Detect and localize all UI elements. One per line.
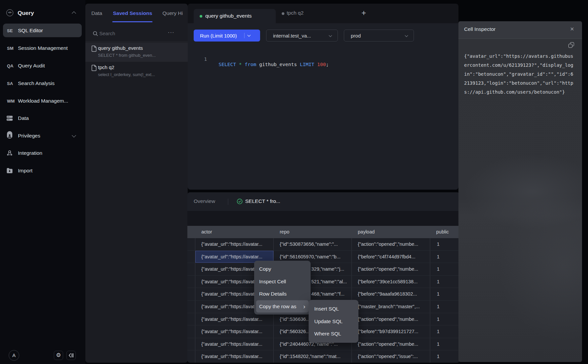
database-icon xyxy=(6,115,13,122)
session-item-query-github-events[interactable]: query github_events SELECT * from github… xyxy=(85,43,188,62)
table-row[interactable]: {"avatar_url":"https://avatar...468,"nam… xyxy=(187,288,460,301)
cell-public[interactable]: 1 xyxy=(430,276,460,288)
cell-json-content: {"avatar_url":"https://avatars.githubus … xyxy=(464,52,576,97)
results-toolbar: Overview SELECT * fro... xyxy=(187,192,460,211)
table-row[interactable]: {"avatar_url":"https://avatar...{"id":15… xyxy=(187,350,460,363)
cell-public[interactable]: 1 xyxy=(430,338,460,350)
sidebar-item-label: Query Audit xyxy=(18,63,45,69)
table-row[interactable]: {"avatar_url":"https://avatar...{"id":53… xyxy=(187,238,460,251)
sidebar-item-label: Session Management xyxy=(18,45,68,51)
document-icon xyxy=(91,65,97,71)
sidebar-item-import[interactable]: Import xyxy=(0,166,85,176)
cell-payload[interactable]: {"action":"opened","numbe... xyxy=(352,238,430,250)
new-tab-button[interactable]: + xyxy=(361,8,366,18)
cluster-select[interactable]: prod xyxy=(344,30,414,42)
settings-button[interactable]: ⚙ xyxy=(54,351,63,360)
code-line[interactable]: 1 SELECT * from github_events LIMIT 100; xyxy=(188,51,458,58)
app-window: </> Query SE SQL Editor SM Session Manag… xyxy=(0,0,588,364)
editor-tab-query-github-events[interactable]: query github_events xyxy=(194,9,276,23)
sidebar-item-query-audit[interactable]: QA Query Audit xyxy=(0,61,85,71)
cell-actor[interactable]: {"avatar_url":"https://avatar... xyxy=(195,338,274,350)
run-button[interactable]: Run (Limit 1000) xyxy=(194,30,260,42)
menu-item-insert-sql[interactable]: Insert SQL xyxy=(311,303,356,315)
menu-item-update-sql[interactable]: Update SQL xyxy=(311,315,356,328)
run-options-chevron-icon[interactable] xyxy=(247,34,251,37)
cell-public[interactable]: 1 xyxy=(430,251,460,263)
submenu-arrow-icon: › xyxy=(303,300,305,313)
cell-payload[interactable]: {"before":"b97d399121727... xyxy=(352,325,430,338)
success-check-icon xyxy=(237,199,243,204)
session-item-tpch-q2[interactable]: tpch q2 select l_orderkey, sum(l_ext... xyxy=(85,62,188,81)
sidebar-item-integration[interactable]: Integration xyxy=(0,148,85,158)
cell-payload[interactable]: {"before":"c4f744d97fbd4... xyxy=(352,251,430,263)
search-input[interactable]: Search ··· xyxy=(85,27,188,40)
sidebar-item-label: Search Analysis xyxy=(18,80,54,86)
sidebar-item-session-management[interactable]: SM Session Management xyxy=(0,43,85,53)
cell-payload[interactable]: {"before":"39ce1cc589138... xyxy=(352,276,430,288)
header-actor[interactable]: actor xyxy=(195,226,274,238)
cell-public[interactable]: 1 xyxy=(430,288,460,300)
line-number: 1 xyxy=(201,56,207,62)
integration-icon xyxy=(6,150,13,156)
sidebar-item-data[interactable]: Data xyxy=(0,113,85,123)
chevron-down-icon xyxy=(405,34,408,37)
copy-icon[interactable] xyxy=(568,42,574,48)
sidebar-item-privileges[interactable]: Privileges xyxy=(0,131,85,141)
cell-public[interactable]: 1 xyxy=(430,313,460,325)
cell-public[interactable]: 1 xyxy=(430,350,460,363)
sidebar-item-label: Privileges xyxy=(18,133,40,139)
cell-actor[interactable]: {"avatar_url":"https://avatar... xyxy=(195,350,274,363)
menu-item-copy-row-as[interactable]: Copy the row as › xyxy=(256,300,309,313)
cell-actor[interactable]: {"avatar_url":"https://avatar... xyxy=(195,325,274,338)
cell-payload[interactable]: {"action":"opened","numbe... xyxy=(352,263,430,275)
sidebar-group-query[interactable]: </> Query xyxy=(0,9,85,19)
cell-public[interactable]: 1 xyxy=(430,263,460,275)
avatar[interactable]: A xyxy=(9,350,19,361)
session-title: tpch q2 xyxy=(98,64,114,70)
cell-payload[interactable]: {"action":"opened","numbe... xyxy=(352,313,430,325)
table-row[interactable]: {"avatar_url":"https://avatar...329,"nam… xyxy=(187,263,460,276)
cell-public[interactable]: 1 xyxy=(430,301,460,313)
editor-tab-label: query github_events xyxy=(205,13,252,19)
more-options-button[interactable]: ··· xyxy=(168,29,174,36)
cell-actor[interactable]: {"avatar_url":"https://avatar... xyxy=(195,238,274,250)
menu-item-row-details[interactable]: Row Details xyxy=(256,288,309,300)
cell-payload[interactable]: {"action":"opened","issue":... xyxy=(352,350,430,363)
table-row[interactable]: {"avatar_url":"https://avatar...521,"nam… xyxy=(187,276,460,288)
session-subtitle: SELECT * from github_even... xyxy=(98,53,156,58)
sidebar-item-label: SQL Editor xyxy=(18,28,43,34)
tab-data[interactable]: Data xyxy=(91,10,102,16)
cell-public[interactable]: 1 xyxy=(430,325,460,338)
cell-payload[interactable]: {"before":"9aaafa9618302... xyxy=(352,288,430,300)
close-icon[interactable]: × xyxy=(570,25,574,33)
sidebar-item-workload-management[interactable]: WM Workload Managem... xyxy=(0,96,85,106)
cell-public[interactable]: 1 xyxy=(430,238,460,250)
search-placeholder: Search xyxy=(99,31,115,36)
divider xyxy=(228,199,228,205)
item-prefix: SM xyxy=(7,46,14,51)
table-header: actor repo payload public xyxy=(187,226,460,238)
collapse-sidebar-button[interactable] xyxy=(66,351,76,360)
menu-item-inspect-cell[interactable]: Inspect Cell xyxy=(256,275,309,288)
menu-item-where-sql[interactable]: Where SQL xyxy=(311,327,356,340)
header-repo[interactable]: repo xyxy=(274,226,352,238)
item-prefix: WM xyxy=(7,99,15,104)
table-row-selected[interactable]: {"avatar_url":"https://avatar...{"id":56… xyxy=(187,251,460,263)
cluster-select-value: prod xyxy=(351,33,361,39)
sidebar-item-search-analysis[interactable]: SA Search Analysis xyxy=(0,78,85,88)
tab-overview[interactable]: Overview xyxy=(194,198,215,204)
database-select[interactable]: internal.test_va... xyxy=(266,30,338,42)
tab-saved-sessions[interactable]: Saved Sessions xyxy=(113,10,152,16)
header-selector xyxy=(187,226,195,238)
header-public[interactable]: public xyxy=(430,226,460,238)
cell-repo[interactable]: {"id":1548202,"name":"mat... xyxy=(274,350,352,363)
cell-payload[interactable]: {"master_branch":"master",... xyxy=(352,301,430,313)
cell-payload[interactable]: {"action":"opened","numbe... xyxy=(352,338,430,350)
menu-item-copy[interactable]: Copy xyxy=(256,263,309,275)
result-query-tab[interactable]: SELECT * fro... xyxy=(245,198,280,204)
tab-query-history[interactable]: Query Hi xyxy=(162,10,183,16)
cell-actor[interactable]: {"avatar_url":"https://avatar... xyxy=(195,313,274,325)
cell-repo[interactable]: {"id":530873656,"name":"... xyxy=(274,238,352,250)
sidebar-item-sql-editor[interactable]: SE SQL Editor xyxy=(3,24,82,37)
header-payload[interactable]: payload xyxy=(352,226,430,238)
